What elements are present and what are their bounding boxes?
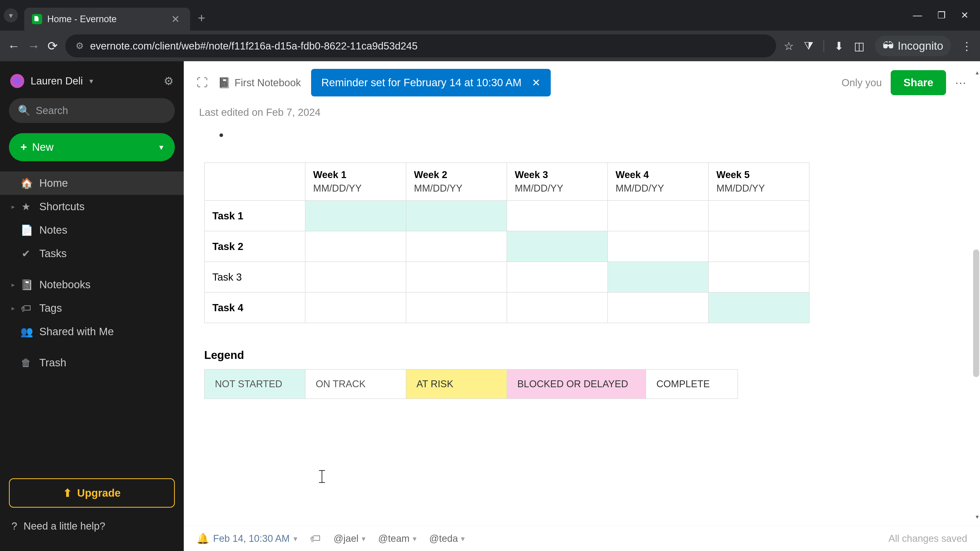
text-cursor <box>321 470 322 483</box>
note-icon: 📄 <box>21 224 32 236</box>
legend-complete[interactable]: COMPLETE <box>646 369 738 399</box>
settings-icon[interactable]: ⚙ <box>164 75 173 87</box>
user-menu-chevron[interactable]: ▾ <box>89 76 93 86</box>
nav-notes[interactable]: 📄 Notes <box>0 218 184 242</box>
reload-button[interactable]: ⟳ <box>48 39 58 53</box>
task-label: Task 4 <box>204 292 305 323</box>
mention-team[interactable]: @team ▾ <box>378 533 417 544</box>
scroll-up-icon[interactable]: ▴ <box>976 69 979 76</box>
tabs-dropdown[interactable]: ▾ <box>4 8 18 22</box>
new-label: New <box>32 141 54 153</box>
gantt-cell[interactable] <box>507 292 608 323</box>
incognito-icon: 🕶 <box>883 40 894 52</box>
notebook-name: First Notebook <box>234 77 301 89</box>
user-avatar[interactable] <box>10 74 24 88</box>
add-tag-icon[interactable]: 🏷 <box>310 532 321 545</box>
scrollbar-thumb[interactable] <box>973 249 979 377</box>
gantt-cell[interactable] <box>507 231 608 262</box>
minimize-icon[interactable]: — <box>913 10 922 21</box>
bookmark-icon[interactable]: ☆ <box>784 40 794 52</box>
help-link[interactable]: ? Need a little help? <box>9 516 175 536</box>
nav-tags[interactable]: ▸ 🏷 Tags <box>0 297 184 320</box>
maximize-icon[interactable]: ❐ <box>937 10 945 21</box>
gantt-cell[interactable] <box>608 262 708 292</box>
chevron-down-icon: ▾ <box>461 534 465 543</box>
nav-trash[interactable]: 🗑 Trash <box>0 351 184 375</box>
new-tab-button[interactable]: + <box>198 11 205 25</box>
gantt-row[interactable]: Task 1 <box>204 200 809 231</box>
close-window-icon[interactable]: ✕ <box>961 10 969 21</box>
share-button[interactable]: Share <box>891 70 946 95</box>
gantt-cell[interactable] <box>708 262 809 292</box>
site-controls-icon[interactable]: ⚙ <box>76 41 84 51</box>
gantt-cell[interactable] <box>305 200 406 231</box>
gantt-cell[interactable] <box>608 292 708 323</box>
gantt-row[interactable]: Task 3 <box>204 262 809 292</box>
sidebar: Lauren Deli ▾ ⚙ 🔍 Search + New ▾ 🏠 Home … <box>0 61 184 551</box>
home-icon: 🏠 <box>21 177 32 189</box>
nav-shortcuts[interactable]: ▸ ★ Shortcuts <box>0 195 184 218</box>
expand-icon[interactable]: ▸ <box>11 281 17 289</box>
note-editor: ⛶ 📓 First Notebook Reminder set for Febr… <box>184 61 980 551</box>
back-button[interactable]: ← <box>8 39 20 53</box>
legend-not-started[interactable]: NOT STARTED <box>204 369 305 399</box>
legend-table[interactable]: NOT STARTED ON TRACK AT RISK BLOCKED OR … <box>204 369 738 399</box>
gantt-cell[interactable] <box>406 200 507 231</box>
address-bar[interactable]: ⚙ evernote.com/client/web#/note/f11f216a… <box>65 35 776 57</box>
gantt-cell[interactable] <box>406 292 507 323</box>
gantt-week-header: Week 1 MM/DD/YY <box>305 163 406 200</box>
gantt-cell[interactable] <box>406 262 507 292</box>
expand-icon[interactable]: ▸ <box>11 203 17 211</box>
incognito-badge[interactable]: 🕶 Incognito <box>875 36 951 56</box>
upgrade-button[interactable]: ⬆ Upgrade <box>9 478 175 508</box>
gantt-row[interactable]: Task 4 <box>204 292 809 323</box>
gantt-cell[interactable] <box>708 231 809 262</box>
browser-menu-icon[interactable]: ⋮ <box>961 40 972 52</box>
extensions-icon[interactable]: ⧩ <box>804 40 813 52</box>
forward-button[interactable]: → <box>27 39 40 53</box>
legend-on-track[interactable]: ON TRACK <box>305 369 406 399</box>
gantt-table[interactable]: Week 1 MM/DD/YY Week 2 MM/DD/YY Week 3 M… <box>204 162 810 323</box>
scrollbar[interactable]: ▴ ▾ <box>972 69 980 520</box>
gantt-cell[interactable] <box>608 231 708 262</box>
legend-at-risk[interactable]: AT RISK <box>406 369 507 399</box>
sidepanel-icon[interactable]: ◫ <box>854 40 865 52</box>
nav-home-label: Home <box>39 177 68 189</box>
scroll-down-icon[interactable]: ▾ <box>976 513 979 520</box>
note-body[interactable]: Week 1 MM/DD/YY Week 2 MM/DD/YY Week 3 M… <box>184 128 980 526</box>
gantt-cell[interactable] <box>305 262 406 292</box>
mention-teda[interactable]: @teda ▾ <box>429 533 465 544</box>
expand-note-icon[interactable]: ⛶ <box>197 76 208 89</box>
gantt-cell[interactable] <box>608 200 708 231</box>
nav-shared[interactable]: 👥 Shared with Me <box>0 320 184 343</box>
gantt-cell[interactable] <box>507 262 608 292</box>
expand-icon[interactable]: ▸ <box>11 304 17 312</box>
reminder-date-button[interactable]: 🔔 Feb 14, 10:30 AM ▾ <box>197 533 298 545</box>
legend-blocked[interactable]: BLOCKED OR DELAYED <box>507 369 646 399</box>
gantt-cell[interactable] <box>708 200 809 231</box>
nav-home[interactable]: 🏠 Home <box>0 171 184 195</box>
toast-close-icon[interactable]: ✕ <box>532 77 541 89</box>
browser-tab[interactable]: Home - Evernote ✕ <box>24 8 190 30</box>
gantt-cell[interactable] <box>708 292 809 323</box>
nav-notebooks-label: Notebooks <box>39 279 91 291</box>
reminder-text: Reminder set for February 14 at 10:30 AM <box>321 76 522 89</box>
mention-jael[interactable]: @jael ▾ <box>334 533 366 544</box>
tab-close-icon[interactable]: ✕ <box>171 13 180 25</box>
visibility-label[interactable]: Only you <box>842 77 882 89</box>
gantt-cell[interactable] <box>507 200 608 231</box>
more-menu-icon[interactable]: ⋯ <box>955 76 967 89</box>
gantt-cell[interactable] <box>305 231 406 262</box>
star-icon: ★ <box>21 201 32 213</box>
gantt-cell[interactable] <box>305 292 406 323</box>
nav-tasks[interactable]: ✔ Tasks <box>0 242 184 265</box>
notebook-breadcrumb[interactable]: 📓 First Notebook <box>218 77 301 89</box>
check-icon: ✔ <box>21 248 32 259</box>
nav-notebooks[interactable]: ▸ 📓 Notebooks <box>0 273 184 297</box>
search-input[interactable]: 🔍 Search <box>9 98 175 123</box>
new-button[interactable]: + New ▾ <box>9 133 175 161</box>
downloads-icon[interactable]: ⬇ <box>834 40 844 52</box>
gantt-cell[interactable] <box>406 231 507 262</box>
gantt-row[interactable]: Task 2 <box>204 231 809 262</box>
tag-icon: 🏷 <box>21 303 32 314</box>
